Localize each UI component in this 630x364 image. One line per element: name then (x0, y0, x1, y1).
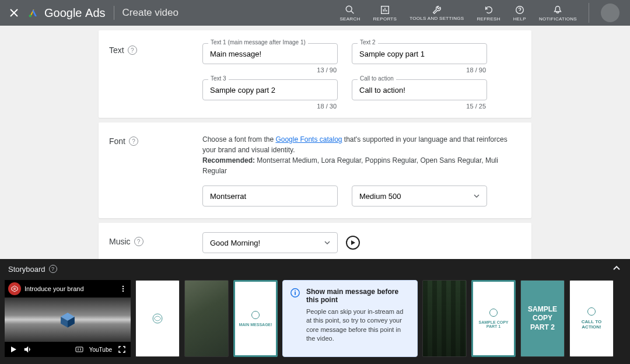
font-description: Choose a font from the Google Fonts cata… (202, 134, 520, 176)
help-icon[interactable]: ? (128, 46, 137, 55)
volume-icon[interactable] (23, 345, 32, 354)
placeholder-icon (489, 309, 498, 317)
storyboard-label: Storyboard (8, 265, 46, 274)
reports-icon (380, 5, 390, 15)
info-body: People can skip your in-stream ad at thi… (306, 307, 410, 344)
music-play-button[interactable] (346, 236, 360, 250)
app-header: Google Ads Create video SEARCH REPORTS T… (0, 0, 630, 26)
storyboard-header: Storyboard ? (0, 259, 630, 279)
help-icon (514, 5, 525, 15)
storyboard-frames: Introduce your brand YouTube (0, 279, 630, 364)
close-button[interactable] (6, 5, 22, 21)
captions-icon[interactable] (75, 345, 83, 354)
chevron-up-icon (611, 263, 622, 274)
text1-counter: 13 / 90 (202, 66, 337, 74)
storyboard-frame-cta[interactable]: CALL TO ACTION! (569, 280, 614, 357)
play-icon[interactable] (9, 345, 18, 354)
storyboard-info-card: Show main message before this point Peop… (282, 280, 418, 357)
nav-search[interactable]: SEARCH (340, 5, 360, 22)
storyboard-frame-logo[interactable] (135, 280, 180, 357)
nav-tools[interactable]: TOOLS AND SETTINGS (410, 5, 464, 22)
separator (114, 6, 114, 20)
nav-reports[interactable]: REPORTS (373, 5, 397, 22)
nav-help[interactable]: HELP (513, 5, 526, 22)
youtube-watermark[interactable]: YouTube (89, 346, 112, 353)
play-icon (350, 240, 356, 246)
main-form: Text ? Text 1 (main message after Image … (0, 30, 630, 295)
ads-logo-icon (28, 8, 38, 18)
page-title: Create video (123, 7, 178, 19)
text-section-label: Text (109, 46, 124, 55)
placeholder-icon (587, 307, 596, 316)
google-fonts-link[interactable]: Google Fonts catalog (275, 135, 342, 144)
storyboard-panel: Storyboard ? Introduce your brand (0, 259, 630, 364)
storyboard-frame-image1[interactable] (184, 280, 229, 357)
svg-point-0 (29, 15, 32, 18)
search-icon (345, 5, 355, 15)
svg-rect-11 (295, 292, 296, 295)
help-icon[interactable]: ? (134, 237, 144, 246)
text3-field: Text 3 (202, 79, 338, 100)
fullscreen-icon[interactable] (118, 345, 126, 354)
storyboard-collapse-button[interactable] (611, 263, 622, 275)
info-icon (290, 288, 300, 298)
text2-counter: 18 / 90 (352, 66, 486, 74)
text2-input[interactable] (352, 43, 487, 64)
music-select[interactable]: Good Morning! (202, 232, 338, 253)
avatar[interactable] (601, 4, 620, 22)
placeholder-icon (251, 311, 260, 319)
info-title: Show main message before this point (306, 288, 410, 304)
text1-field: Text 1 (main message after Image 1) (202, 43, 338, 64)
video-preview[interactable]: Introduce your brand YouTube (5, 280, 131, 357)
chevron-down-icon (324, 240, 330, 246)
chevron-down-icon (474, 193, 480, 199)
music-card: Music ? Good Morning! (99, 223, 531, 262)
text3-counter: 18 / 30 (202, 103, 337, 110)
storyboard-frame-sample1[interactable]: SAMPLE COPY PART 1 (471, 280, 516, 357)
bell-icon (552, 5, 563, 15)
header-nav: SEARCH REPORTS TOOLS AND SETTINGS REFRES… (340, 5, 577, 22)
brand-text: Google Ads (44, 6, 106, 20)
cta-field: Call to action (352, 79, 487, 100)
placeholder-icon (151, 312, 164, 325)
close-icon (9, 8, 19, 18)
font-weight-select[interactable]: Medium 500 (352, 186, 487, 206)
music-section-label: Music (109, 237, 131, 246)
font-family-input[interactable] (202, 186, 338, 206)
separator (589, 3, 589, 23)
nav-notifications[interactable]: NOTIFICATIONS (539, 5, 577, 22)
text3-input[interactable] (202, 79, 338, 100)
text2-field: Text 2 (352, 43, 487, 64)
storyboard-frame-sample2[interactable]: SAMPLE COPY PART 2 (520, 280, 565, 357)
svg-point-1 (346, 6, 352, 12)
video-title: Introduce your brand (24, 285, 84, 292)
cta-counter: 15 / 25 (352, 103, 486, 110)
help-icon[interactable]: ? (49, 265, 57, 273)
text1-input[interactable] (202, 43, 338, 64)
svg-point-10 (295, 290, 296, 292)
wrench-icon (432, 5, 442, 15)
storyboard-frame-image2[interactable] (422, 280, 467, 357)
svg-point-5 (123, 288, 124, 289)
svg-point-4 (123, 286, 124, 287)
brand-logo: Google Ads (28, 6, 106, 20)
svg-point-6 (123, 290, 124, 292)
cube-icon (58, 310, 78, 330)
svg-rect-7 (76, 347, 83, 352)
more-icon[interactable] (119, 285, 127, 293)
font-section-label: Font (109, 136, 125, 146)
text-card: Text ? Text 1 (main message after Image … (99, 30, 531, 118)
font-card: Font ? Choose a font from the Google Fon… (99, 123, 531, 218)
cta-input[interactable] (352, 79, 487, 100)
nav-refresh[interactable]: REFRESH (477, 5, 500, 22)
storyboard-frame-main-message[interactable]: MAIN MESSAGE! (233, 280, 278, 357)
refresh-icon (484, 5, 494, 15)
yt-badge-icon (8, 282, 21, 295)
help-icon[interactable]: ? (129, 136, 138, 146)
